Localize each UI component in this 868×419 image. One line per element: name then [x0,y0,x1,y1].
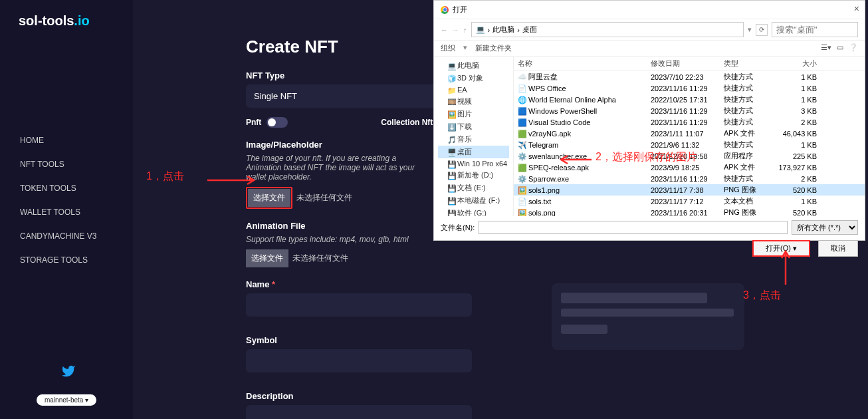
desc-input[interactable] [246,405,472,419]
tree-item[interactable]: 🖼️图片 [438,108,509,120]
nav-item[interactable]: HOME [0,128,133,152]
pnft-toggle[interactable]: Pnft [246,117,288,128]
folder-icon: 💾 [447,210,455,216]
folder-icon: 🖼️ [447,110,455,118]
cancel-button[interactable]: 取消 [818,240,858,257]
file-row[interactable]: 🟦Visual Studio Code2023/11/16 11:29快捷方式2… [514,116,865,128]
col-size[interactable]: 大小 [777,59,817,69]
image-file-status: 未选择任何文件 [296,192,352,204]
close-icon[interactable]: × [854,3,859,14]
nav-item[interactable]: CANDYMACHINE V3 [0,224,133,248]
refresh-icon[interactable]: ⟳ [756,24,768,36]
address-path[interactable]: 💻 › 此电脑 › 桌面 [471,22,744,37]
tree-item[interactable]: 💻此电脑 [438,59,509,72]
file-icon: 🖼️ [518,186,526,194]
twitter-icon[interactable] [61,364,76,382]
dialog-footer: 文件名(N): 所有文件 (*.*) 打开(O) ▾ 取消 [434,216,865,261]
file-icon: ☁️ [518,72,526,80]
pnft-label: Pnft [246,118,261,127]
annotation-3: 3，点击 [743,289,781,303]
breadcrumb-desktop[interactable]: 桌面 [522,25,537,35]
nav-item[interactable]: STORAGE TOOLS [0,248,133,272]
arrow-1-icon [206,174,259,186]
symbol-input[interactable] [246,349,472,372]
folder-icon: 💾 [447,172,455,179]
file-row[interactable]: 📄sols.txt2023/11/17 7:12文本文档1 KB [514,196,865,207]
anim-file-button[interactable]: 选择文件 [246,249,288,267]
tree-item[interactable]: 📁EA [438,84,509,95]
pc-icon: 💻 [476,25,485,34]
file-icon: ⚙️ [518,175,526,183]
tree-item[interactable]: ⬇️下载 [438,120,509,133]
file-row[interactable]: 🟦Windows PowerShell2023/11/16 11:29快捷方式3… [514,105,865,116]
nav-item[interactable]: NFT TOOLS [0,152,133,176]
help-icon[interactable]: ❔ [849,43,858,53]
organize-button[interactable]: 组织 [441,43,455,53]
nav-item[interactable]: WALLET TOOLS [0,200,133,224]
folder-tree[interactable]: 💻此电脑🧊3D 对象📁EA🎞️视频🖼️图片⬇️下载🎵音乐🖥️桌面💾Win 10 … [434,57,514,216]
folder-icon: 💾 [447,197,455,204]
folder-icon: 🧊 [447,74,455,82]
sidebar: sol-tools.io HOMENFT TOOLSTOKEN TOOLSWAL… [0,0,133,419]
file-icon: 🖼️ [518,209,526,217]
folder-icon: 💾 [447,160,455,168]
file-list: 名称 修改日期 类型 大小 ☁️阿里云盘2023/7/10 22:23快捷方式1… [514,57,865,216]
file-icon: 📄 [518,198,526,206]
file-row[interactable]: 🖼️sols1.png2023/11/17 7:38PNG 图像520 KB [514,184,865,196]
name-input[interactable] [246,293,472,317]
folder-icon: 💾 [447,184,455,192]
tree-item[interactable]: 💾本地磁盘 (F:) [438,194,509,207]
network-label: mainnet-beta [45,396,83,404]
file-icon: 🌐 [518,96,526,104]
tree-item[interactable]: 💾新加卷 (D:) [438,169,509,182]
new-folder-button[interactable]: 新建文件夹 [475,43,512,53]
image-file-button[interactable]: 选择文件 [248,189,290,207]
filename-input[interactable] [479,221,788,234]
filename-label: 文件名(N): [441,223,475,233]
file-icon: 🟩 [518,164,526,172]
col-name[interactable]: 名称 [518,59,651,69]
list-header[interactable]: 名称 修改日期 类型 大小 [514,57,865,71]
nav-back-icon[interactable]: ← [441,26,448,34]
highlight-1: 选择文件 [246,187,292,209]
file-row[interactable]: ☁️阿里云盘2023/7/10 22:23快捷方式1 KB [514,71,865,82]
folder-icon: 🖥️ [447,148,455,156]
folder-icon: 💻 [447,62,455,69]
file-row[interactable]: 🖼️sols.png2023/11/16 20:31PNG 图像520 KB [514,207,865,216]
file-row[interactable]: ⚙️Sparrow.exe2023/11/16 11:29快捷方式2 KB [514,173,865,184]
tree-item[interactable]: 💾Win 10 Pro x64 [438,158,509,169]
nav-up-icon[interactable]: ↑ [463,26,467,34]
preview-icon[interactable]: ▭ [837,43,843,53]
file-row[interactable]: 📄WPS Office2023/11/16 11:29快捷方式1 KB [514,82,865,94]
tree-item[interactable]: 💾文档 (E:) [438,182,509,194]
breadcrumb-pc[interactable]: 此电脑 [492,25,514,35]
arrow-3-icon [779,246,792,289]
folder-icon: ⬇️ [447,123,455,130]
file-icon: 🟦 [518,118,526,126]
switch-icon [267,117,288,128]
nav-fwd-icon[interactable]: → [452,26,459,34]
col-date[interactable]: 修改日期 [651,59,724,69]
chrome-icon [441,6,449,14]
preview-card [552,283,744,350]
tree-item[interactable]: 🖥️桌面 [438,146,509,158]
filetype-select[interactable]: 所有文件 (*.*) [792,220,858,235]
collection-label: Collection Nft [381,118,433,127]
nav-item[interactable]: TOKEN TOOLS [0,176,133,200]
folder-icon: 🎞️ [447,98,455,105]
tree-item[interactable]: 💾软件 (G:) [438,207,509,216]
search-input[interactable] [772,22,858,37]
file-icon: ⚙️ [518,152,526,160]
file-row[interactable]: 🌐World Eternal Online Alpha2022/10/25 17… [514,94,865,105]
network-badge[interactable]: mainnet-beta ▾ [37,394,96,406]
file-open-dialog: 打开 × ← → ↑ 💻 › 此电脑 › 桌面 ▾ ⟳ 组织▾ 新建文件夹 ☰▾… [433,0,865,241]
folder-icon: 📁 [447,86,455,94]
folder-icon: 🎵 [447,136,455,143]
tree-item[interactable]: 🧊3D 对象 [438,72,509,84]
col-type[interactable]: 类型 [724,59,777,69]
tree-item[interactable]: 🎞️视频 [438,95,509,108]
tree-item[interactable]: 🎵音乐 [438,133,509,146]
file-row[interactable]: 🟩v2rayNG.apk2023/1/11 11:07APK 文件46,043 … [514,128,865,139]
view-icon[interactable]: ☰▾ [821,43,831,53]
file-row[interactable]: ✈️Telegram2021/9/6 11:32快捷方式1 KB [514,139,865,150]
